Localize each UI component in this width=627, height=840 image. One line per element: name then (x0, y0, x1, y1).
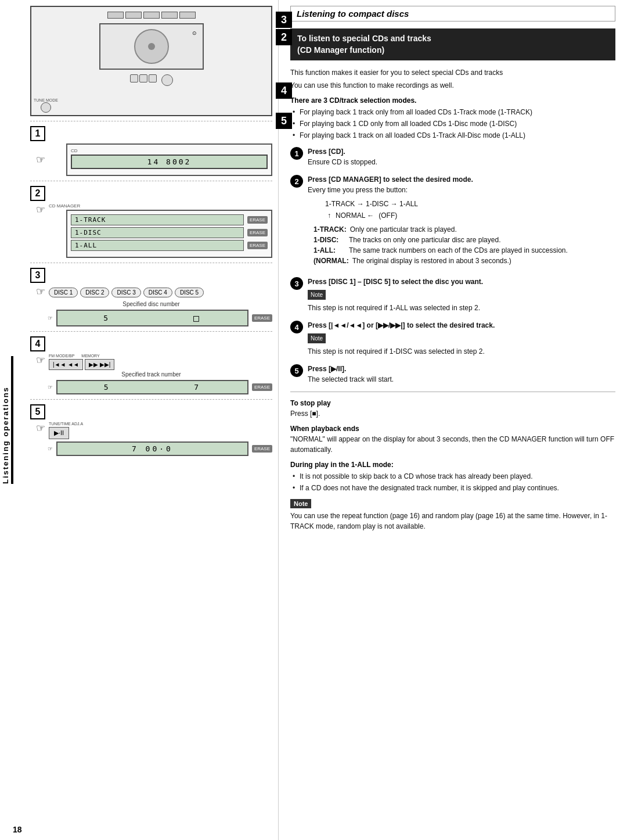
page-title: Listening to compact discs (290, 6, 615, 21)
step1-display: 14 8002 (71, 155, 268, 169)
disc3-btn[interactable]: DISC 3 (111, 288, 140, 297)
left-step-1: 1 ☞ CD 14 8002 (30, 126, 272, 176)
note-bottom-badge: Note (290, 499, 311, 508)
note-badge-4: Note (308, 333, 326, 343)
step-4-number: 4 (30, 336, 45, 351)
disc5-btn[interactable]: DISC 5 (175, 288, 204, 297)
right-panel: Listening to compact discs To listen to … (279, 0, 627, 840)
hand-icon-2: ☞ (36, 203, 45, 216)
step-circle-5: 5 (290, 364, 303, 377)
left-panel: Listening operations (0, 0, 279, 840)
erase-tag-3: ERASE (247, 242, 268, 249)
during-play-list: It is not possible to skip back to a CD … (290, 471, 615, 493)
hand-icon-1: ☞ (36, 153, 45, 166)
step-3-number: 3 (30, 268, 45, 283)
bottom-note-section: Note You can use the repeat function (pa… (290, 499, 615, 532)
step-3-badge: 3 (276, 12, 292, 28)
modes-heading: There are 3 CD/track selection modes. (290, 96, 615, 105)
step5-display: 7 00·0 (132, 444, 173, 453)
instruction-step-3: 3 Press [DISC 1] – [DISC 5] to select th… (290, 277, 615, 313)
step-5-number: 5 (30, 404, 45, 419)
specified-disc-label: Specified disc number (30, 301, 272, 307)
device-top-diagram: ⊙ TUNE MODE (30, 6, 272, 116)
left-step-4: 4 ☞ FM MODE/BP MEMORY |◄◄ ◄◄ ▶▶ ▶▶| Spec… (30, 336, 272, 394)
step4-display-left: 5 (104, 383, 111, 392)
step-circle-2: 2 (290, 175, 303, 188)
intro-text-1: This function makes it easier for you to… (290, 67, 615, 78)
hand-icon-5: ☞ (36, 422, 45, 435)
left-step-5: 5 ☞ TUNE/TIME ADJ.A ▶·II ☞ 7 00·0 ERASE (30, 404, 272, 456)
divider (290, 392, 615, 392)
step4-display-right: 7 (194, 383, 201, 392)
specified-track-label: Specified track number (30, 371, 272, 378)
instruction-step-2: 2 Press [CD MANAGER] to select the desir… (290, 174, 615, 270)
instruction-step-1: 1 Press [CD]. Ensure CD is stopped. (290, 146, 615, 167)
mode-flow-diagram: 1-TRACK → 1-DISC → 1-ALL ↑ NORMAL ← (OFF… (325, 199, 615, 221)
mode-table: 1-TRACK: Only one particular track is pl… (314, 224, 615, 266)
modes-list: For playing back 1 track only from all l… (290, 107, 615, 141)
hand-icon-3: ☞ (36, 285, 45, 298)
hand-icon-4: ☞ (36, 354, 45, 367)
page-number: 18 (13, 825, 22, 834)
step-2-badge: 2 (276, 29, 292, 45)
intro-text-2: You can use this function to make record… (290, 80, 615, 91)
step-circle-4: 4 (290, 321, 303, 333)
step3-display-right: □ (193, 313, 201, 324)
left-step-3: 3 ☞ DISC 1 DISC 2 DISC 3 DISC 4 DISC 5 S… (30, 268, 272, 326)
step-circle-1: 1 (290, 147, 303, 160)
instruction-step-5: 5 Press [▶/II]. The selected track will … (290, 364, 615, 385)
stop-play-section: To stop play Press [■]. (290, 399, 615, 419)
mode-item-1: For playing back 1 track only from all l… (290, 107, 615, 117)
step-circle-3: 3 (290, 277, 303, 290)
note-badge-3: Note (308, 290, 326, 300)
left-step-2: 2 ☞ CD MANAGER 1-TRACK ERASE 1-DISC ERAS… (30, 186, 272, 258)
playback-ends-section: When playback ends "NORMAL" will appear … (290, 425, 615, 455)
step-2-number: 2 (30, 186, 45, 201)
side-label: Listening operations (1, 356, 13, 484)
disc4-btn[interactable]: DISC 4 (143, 288, 172, 297)
instruction-step-4: 4 Press [|◄◄/◄◄] or [▶▶/▶▶|] to select t… (290, 320, 615, 357)
erase-tag-2: ERASE (247, 229, 268, 236)
disc1-btn[interactable]: DISC 1 (49, 288, 78, 297)
mode-item-3: For playing back 1 track on all loaded C… (290, 130, 615, 141)
step-1-number: 1 (30, 126, 45, 141)
section-title: To listen to special CDs and tracks (CD … (290, 28, 615, 60)
mode-item-2: For playing back 1 CD only from all load… (290, 119, 615, 129)
during-play-section: During play in the 1-ALL mode: It is not… (290, 461, 615, 493)
step3-display-left: 5 (103, 314, 110, 322)
disc2-btn[interactable]: DISC 2 (80, 288, 109, 297)
during-play-item-2: If a CD does not have the designated tra… (290, 483, 615, 493)
step-5-badge: 5 (276, 113, 292, 129)
step-4-badge: 4 (276, 82, 292, 99)
erase-tag-1: ERASE (247, 216, 268, 224)
during-play-item-1: It is not possible to skip back to a CD … (290, 471, 615, 482)
step5-label: TUNE/TIME ADJ.A (49, 422, 272, 426)
